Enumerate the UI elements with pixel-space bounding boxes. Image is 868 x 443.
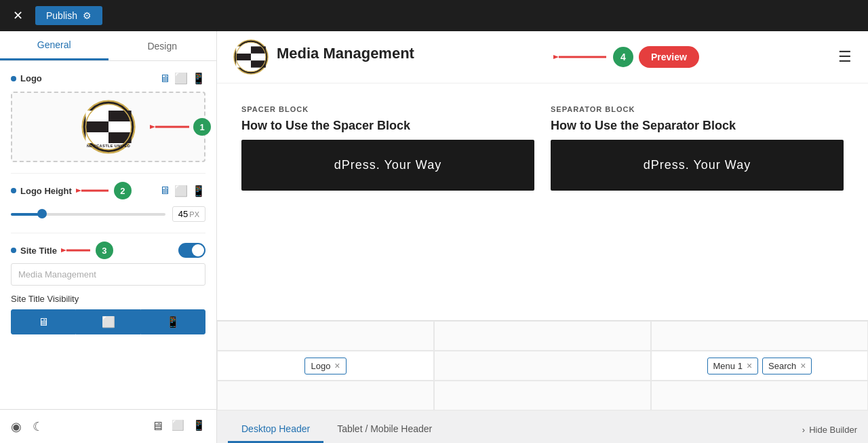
lh-desktop-icon[interactable]: 🖥 xyxy=(159,185,170,197)
annotation-4: 4 xyxy=(613,47,633,67)
logo-dot xyxy=(11,76,16,81)
bottom-tablet-icon[interactable]: ⬜ xyxy=(172,419,184,434)
tab-tablet-mobile-header[interactable]: Tablet / Mobile Header xyxy=(323,417,446,443)
logo-height-unit: PX xyxy=(189,210,199,218)
bottom-moon-icon[interactable]: ☾ xyxy=(33,419,43,434)
logo-height-value-box: 45 PX xyxy=(172,206,205,222)
gear-icon: ⚙ xyxy=(83,10,92,21)
logo-section-header: Logo 🖥 ⬜ 📱 xyxy=(11,72,205,85)
arrow-4 xyxy=(553,49,608,65)
visibility-desktop-btn[interactable]: 🖥 xyxy=(11,309,76,334)
svg-rect-2 xyxy=(85,121,108,132)
site-title-dot xyxy=(11,248,16,253)
svg-rect-3 xyxy=(108,121,132,132)
svg-rect-17 xyxy=(236,46,251,53)
tab-design[interactable]: Design xyxy=(108,31,217,60)
logo-label: Logo xyxy=(20,73,42,83)
annotation-3: 3 xyxy=(96,242,113,259)
svg-rect-6 xyxy=(85,132,108,143)
article-card-1: SPACER BLOCK How to Use the Spacer Block… xyxy=(233,97,542,199)
tablet-icon[interactable]: ⬜ xyxy=(174,72,188,85)
lh-tablet-icon[interactable]: ⬜ xyxy=(174,185,188,197)
builder-cell-1-2[interactable] xyxy=(434,321,651,351)
builder-row-2: Logo × Menu 1 × Search xyxy=(217,351,868,381)
builder-cell-1-1[interactable] xyxy=(217,321,434,351)
builder-row-3 xyxy=(217,381,868,410)
bottom-circle-icon[interactable]: ◉ xyxy=(11,419,22,434)
svg-rect-4 xyxy=(85,111,108,121)
site-title-input[interactable] xyxy=(11,263,205,286)
bottom-desktop-icon[interactable]: 🖥 xyxy=(151,419,163,434)
visibility-buttons: 🖥 ⬜ 📱 xyxy=(11,309,205,334)
builder-cell-3-2[interactable] xyxy=(434,381,651,410)
visibility-tablet-btn[interactable]: ⬜ xyxy=(76,309,141,334)
chevron-icon: › xyxy=(802,425,805,435)
menu1-chip-close[interactable]: × xyxy=(747,361,752,370)
builder-cell-2-2[interactable] xyxy=(434,351,651,381)
search-chip-close[interactable]: × xyxy=(800,361,806,370)
menu1-chip: Menu 1 × xyxy=(707,358,759,374)
visibility-mobile-btn[interactable]: 📱 xyxy=(140,309,205,334)
hamburger-icon[interactable]: ☰ xyxy=(838,48,852,66)
website-preview: Media Management 4 Preview ☰ xyxy=(217,31,868,320)
publish-button[interactable]: Publish ⚙ xyxy=(35,6,102,25)
svg-rect-7 xyxy=(108,132,132,143)
builder-cell-3-1[interactable] xyxy=(217,381,434,410)
panel-tabs: General Design xyxy=(0,31,216,61)
logo-height-slider[interactable] xyxy=(11,213,165,216)
mobile-icon[interactable]: 📱 xyxy=(192,72,205,85)
logo-height-label: Logo Height xyxy=(20,186,72,196)
svg-rect-5 xyxy=(108,111,132,121)
article-image-2: dPress. Your Way xyxy=(551,140,844,191)
header-builder: Logo × Menu 1 × Search xyxy=(217,320,868,443)
preview-button[interactable]: Preview xyxy=(639,46,699,68)
svg-rect-15 xyxy=(236,54,251,60)
site-title-preview: Media Management xyxy=(277,39,414,62)
builder-cell-menu-search[interactable]: Menu 1 × Search × xyxy=(651,351,868,381)
builder-cell-1-3[interactable] xyxy=(651,321,868,351)
site-logo xyxy=(233,39,269,75)
svg-rect-19 xyxy=(236,60,251,67)
site-title-toggle[interactable] xyxy=(178,243,205,258)
article-card-2: SEPARATOR BLOCK How to Use the Separator… xyxy=(542,97,852,199)
svg-text:NEWCASTLE UNITED: NEWCASTLE UNITED xyxy=(86,144,130,148)
search-chip: Search × xyxy=(762,358,812,374)
svg-rect-20 xyxy=(251,60,266,67)
bottom-bar: ◉ ☾ 🖥 ⬜ 📱 xyxy=(0,409,216,443)
articles-grid: SPACER BLOCK How to Use the Spacer Block… xyxy=(217,83,868,212)
article-image-1: dPress. Your Way xyxy=(241,140,534,191)
site-header: Media Management 4 Preview ☰ xyxy=(217,31,868,83)
tab-general[interactable]: General xyxy=(0,31,108,60)
svg-rect-18 xyxy=(251,46,266,53)
svg-rect-16 xyxy=(251,54,266,60)
bottom-mobile-icon[interactable]: 📱 xyxy=(193,419,205,434)
logo-image: NEWCASTLE UNITED xyxy=(81,100,136,154)
site-title-visibility-label: Site Title Visibility xyxy=(11,294,205,304)
preview-annotation: 4 Preview xyxy=(553,46,699,68)
arrow-3 xyxy=(61,244,92,256)
right-area: Media Management 4 Preview ☰ xyxy=(217,31,868,443)
logo-height-value: 45 xyxy=(178,209,188,219)
logo-chip-close[interactable]: × xyxy=(334,361,340,370)
site-title-label: Site Title xyxy=(20,246,57,256)
tab-desktop-header[interactable]: Desktop Header xyxy=(228,417,323,443)
builder-cell-3-3[interactable] xyxy=(651,381,868,410)
desktop-icon[interactable]: 🖥 xyxy=(159,73,170,85)
arrow-2 xyxy=(76,185,110,197)
builder-tabs-row: Desktop Header Tablet / Mobile Header › … xyxy=(217,410,868,443)
annotation-2: 2 xyxy=(114,182,132,199)
hide-builder-button[interactable]: › Hide Builder xyxy=(802,425,857,435)
left-panel: General Design Logo 🖥 ⬜ 📱 xyxy=(0,31,217,443)
builder-row-1 xyxy=(217,321,868,351)
lh-mobile-icon[interactable]: 📱 xyxy=(192,185,205,197)
close-button[interactable]: ✕ xyxy=(8,6,27,25)
logo-chip: Logo × xyxy=(304,358,346,374)
logo-height-dot xyxy=(11,188,16,193)
builder-cell-logo[interactable]: Logo × xyxy=(217,351,434,381)
logo-upload-area[interactable]: NEWCASTLE UNITED xyxy=(11,92,205,162)
top-bar: ✕ Publish ⚙ xyxy=(0,0,868,31)
